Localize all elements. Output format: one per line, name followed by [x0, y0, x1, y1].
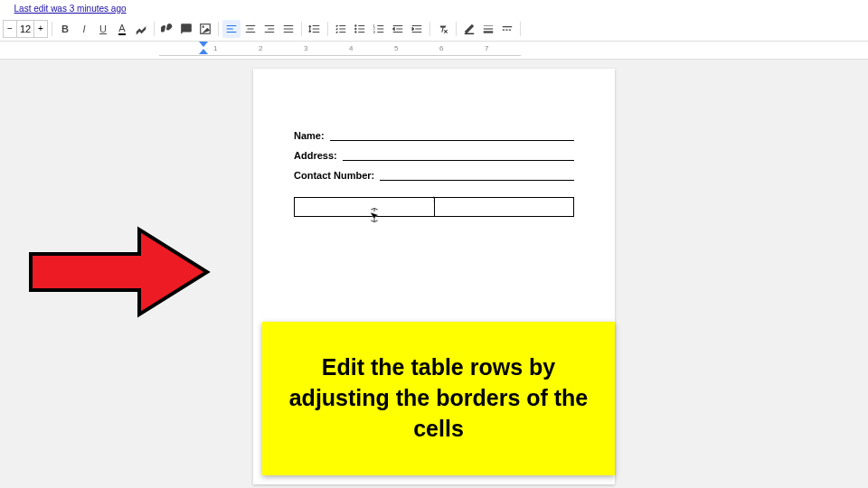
ruler-mark: 3	[304, 44, 307, 52]
line-spacing-button[interactable]	[306, 20, 324, 38]
contact-label: Contact Number:	[294, 170, 374, 181]
insert-link-button[interactable]	[158, 20, 176, 38]
resize-cursor-icon	[366, 207, 382, 226]
svg-point-4	[354, 31, 356, 33]
indent-icon	[410, 23, 423, 35]
border-width-button[interactable]	[479, 20, 497, 38]
checklist-button[interactable]	[332, 20, 350, 38]
info-bar: Last edit was 3 minutes ago	[0, 0, 868, 16]
table-cell-1[interactable]: ⋮	[295, 198, 435, 216]
align-justify-button[interactable]	[279, 20, 297, 38]
table-cell-2[interactable]	[435, 198, 574, 216]
numbered-list-icon: 123	[373, 23, 385, 35]
highlight-icon	[135, 23, 147, 35]
italic-button[interactable]: I	[75, 20, 93, 38]
form-row-address: Address:	[294, 150, 574, 161]
formatting-toolbar: − 12 + B I U A 123	[0, 16, 868, 42]
svg-point-3	[354, 27, 356, 29]
text-color-button[interactable]: A	[113, 20, 131, 38]
font-size-control: − 12 +	[3, 20, 48, 38]
svg-point-2	[354, 24, 356, 26]
ruler-mark: 7	[485, 44, 488, 52]
arrow-annotation	[22, 222, 212, 325]
border-color-button[interactable]	[460, 20, 478, 38]
address-line[interactable]	[343, 150, 574, 161]
align-center-icon	[244, 23, 257, 35]
ruler-mark: 1	[213, 44, 217, 52]
image-icon	[199, 23, 212, 35]
indent-marker[interactable]	[199, 42, 208, 58]
numbered-list-button[interactable]: 123	[370, 20, 388, 38]
clear-formatting-button[interactable]	[434, 20, 452, 38]
separator	[52, 22, 52, 36]
name-label: Name:	[294, 130, 325, 141]
svg-point-1	[203, 25, 204, 27]
underline-button[interactable]: U	[94, 20, 112, 38]
bold-button[interactable]: B	[56, 20, 74, 38]
border-width-icon	[482, 23, 495, 35]
address-label: Address:	[294, 150, 337, 161]
align-center-button[interactable]	[241, 20, 259, 38]
line-spacing-icon	[308, 23, 321, 35]
document-canvas: Name: Address: Contact Number: ⋮	[0, 60, 868, 488]
align-left-icon	[225, 23, 238, 35]
horizontal-ruler[interactable]: 1 2 3 4 5 6 7	[159, 42, 521, 56]
decrease-indent-button[interactable]	[389, 20, 407, 38]
separator	[456, 22, 457, 36]
link-icon	[161, 23, 174, 35]
instruction-callout: Edit the table rows by adjusting the bor…	[262, 322, 615, 475]
form-row-name: Name:	[294, 130, 574, 141]
last-edit-link[interactable]: Last edit was 3 minutes ago	[14, 4, 127, 14]
bullet-list-icon	[354, 23, 366, 35]
separator	[218, 22, 219, 36]
align-right-button[interactable]	[260, 20, 278, 38]
separator	[301, 22, 302, 36]
ruler-mark: 6	[439, 44, 443, 52]
font-size-increase[interactable]: +	[34, 21, 47, 37]
name-line[interactable]	[330, 130, 574, 141]
checklist-icon	[335, 23, 347, 35]
border-dash-button[interactable]	[498, 20, 516, 38]
clear-format-icon	[437, 23, 449, 35]
font-size-value[interactable]: 12	[16, 21, 34, 37]
border-dash-icon	[501, 23, 514, 35]
font-size-decrease[interactable]: −	[4, 21, 16, 37]
separator	[327, 22, 328, 36]
bulleted-list-button[interactable]	[351, 20, 369, 38]
ruler-area: 1 2 3 4 5 6 7	[0, 42, 868, 60]
svg-rect-8	[465, 33, 475, 33]
separator	[429, 22, 430, 36]
align-left-button[interactable]	[222, 20, 241, 38]
svg-text:3: 3	[373, 29, 376, 33]
outdent-icon	[392, 23, 404, 35]
add-comment-button[interactable]	[177, 20, 195, 38]
ruler-mark: 5	[394, 44, 398, 52]
increase-indent-button[interactable]	[408, 20, 426, 38]
highlight-button[interactable]	[132, 20, 150, 38]
comment-icon	[180, 23, 193, 35]
separator	[154, 22, 155, 36]
editable-table[interactable]: ⋮	[294, 197, 574, 217]
pen-icon	[463, 23, 476, 35]
callout-text: Edit the table rows by adjusting the bor…	[280, 352, 597, 444]
ruler-mark: 4	[349, 44, 353, 52]
align-justify-icon	[282, 23, 295, 35]
align-right-icon	[263, 23, 276, 35]
separator	[520, 22, 521, 36]
contact-line[interactable]	[380, 170, 574, 181]
ruler-mark: 2	[259, 44, 262, 52]
form-row-contact: Contact Number:	[294, 170, 574, 181]
insert-image-button[interactable]	[196, 20, 214, 38]
